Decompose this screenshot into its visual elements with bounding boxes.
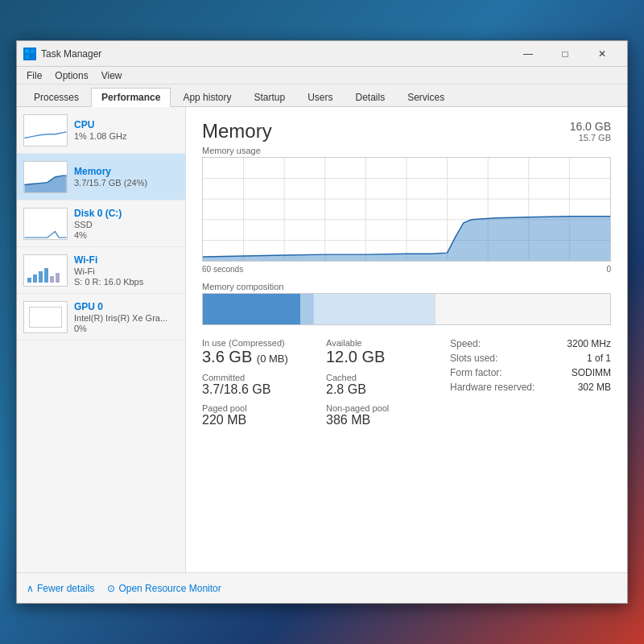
gpu-label: GPU 0 bbox=[74, 301, 179, 312]
paged-value: 220 MB bbox=[202, 413, 310, 427]
stats-section: In use (Compressed) 3.6 GB (0 MB) Availa… bbox=[202, 338, 611, 427]
close-button[interactable]: ✕ bbox=[584, 41, 621, 67]
speed-label: Speed: bbox=[450, 338, 481, 349]
peak-label: 15.7 GB bbox=[570, 133, 611, 142]
comp-standby bbox=[313, 294, 436, 324]
memory-detail: 3.7/15.7 GB (24%) bbox=[74, 178, 179, 188]
sidebar-item-memory[interactable]: Memory 3.7/15.7 GB (24%) bbox=[17, 154, 185, 200]
available-block: Available 12.0 GB bbox=[326, 338, 434, 366]
minimize-button[interactable]: — bbox=[510, 41, 547, 67]
tab-apphistory[interactable]: App history bbox=[172, 88, 242, 106]
main-title: Memory bbox=[202, 120, 272, 142]
comp-inuse bbox=[203, 294, 300, 324]
tab-bar: Processes Performance App history Startu… bbox=[17, 85, 627, 107]
hwreserved-row: Hardware reserved: 302 MB bbox=[450, 382, 611, 393]
fewer-details-link[interactable]: ∧ Fewer details bbox=[27, 583, 94, 594]
menu-bar: File Options View bbox=[17, 67, 627, 85]
tab-services[interactable]: Services bbox=[397, 88, 455, 106]
wifi-thumb bbox=[23, 254, 68, 287]
stats-left: In use (Compressed) 3.6 GB (0 MB) Availa… bbox=[202, 338, 434, 427]
memory-info: Memory 3.7/15.7 GB (24%) bbox=[74, 166, 179, 188]
sidebar-item-disk[interactable]: Disk 0 (C:) SSD 4% bbox=[17, 200, 185, 247]
tab-details[interactable]: Details bbox=[345, 88, 395, 106]
tab-startup[interactable]: Startup bbox=[243, 88, 295, 106]
menu-options[interactable]: Options bbox=[48, 68, 94, 83]
window-title: Task Manager bbox=[41, 48, 510, 60]
window-controls: — □ ✕ bbox=[510, 41, 621, 67]
sidebar: CPU 1% 1.08 GHz Memory 3.7/15.7 GB (24%) bbox=[17, 107, 186, 572]
slots-value: 1 of 1 bbox=[587, 353, 611, 364]
nonpaged-block: Non-paged pool 386 MB bbox=[326, 403, 434, 427]
tab-users[interactable]: Users bbox=[297, 88, 343, 106]
time-end: 0 bbox=[606, 265, 611, 274]
cached-value: 2.8 GB bbox=[326, 382, 434, 397]
nonpaged-value: 386 MB bbox=[326, 413, 434, 427]
disk-label: Disk 0 (C:) bbox=[74, 208, 179, 219]
sidebar-item-cpu[interactable]: CPU 1% 1.08 GHz bbox=[17, 107, 185, 154]
wifi-info: Wi-Fi Wi-Fi S: 0 R: 16.0 Kbps bbox=[74, 254, 179, 287]
menu-file[interactable]: File bbox=[20, 68, 48, 83]
slots-label: Slots used: bbox=[450, 353, 497, 364]
comp-modified bbox=[300, 294, 312, 324]
speed-row: Speed: 3200 MHz bbox=[450, 338, 611, 349]
cpu-label: CPU bbox=[74, 119, 179, 130]
content-area: CPU 1% 1.08 GHz Memory 3.7/15.7 GB (24%) bbox=[17, 107, 627, 572]
committed-label: Committed bbox=[202, 373, 310, 382]
bottom-bar: ∧ Fewer details ⊙ Open Resource Monitor bbox=[17, 572, 627, 603]
committed-block: Committed 3.7/18.6 GB bbox=[202, 373, 310, 397]
sidebar-item-wifi[interactable]: Wi-Fi Wi-Fi S: 0 R: 16.0 Kbps bbox=[17, 247, 185, 294]
slots-row: Slots used: 1 of 1 bbox=[450, 353, 611, 364]
disk-info: Disk 0 (C:) SSD 4% bbox=[74, 208, 179, 240]
monitor-icon: ⊙ bbox=[107, 583, 115, 594]
memory-usage-chart bbox=[202, 157, 611, 262]
tab-performance[interactable]: Performance bbox=[91, 88, 171, 107]
cached-block: Cached 2.8 GB bbox=[326, 373, 434, 397]
svg-rect-2 bbox=[25, 55, 29, 59]
tab-processes[interactable]: Processes bbox=[23, 88, 89, 106]
primary-stats: In use (Compressed) 3.6 GB (0 MB) Availa… bbox=[202, 338, 434, 366]
paged-label: Paged pool bbox=[202, 403, 310, 413]
svg-rect-3 bbox=[31, 55, 35, 59]
right-stats-list: Speed: 3200 MHz Slots used: 1 of 1 Form … bbox=[450, 338, 611, 393]
title-bar: Task Manager — □ ✕ bbox=[17, 41, 627, 67]
stats-right: Speed: 3200 MHz Slots used: 1 of 1 Form … bbox=[450, 338, 611, 427]
main-size: 16.0 GB 15.7 GB bbox=[570, 120, 611, 142]
total-ram: 16.0 GB bbox=[570, 120, 611, 133]
app-icon bbox=[23, 47, 36, 60]
composition-label: Memory composition bbox=[202, 282, 611, 291]
sidebar-item-gpu[interactable]: GPU 0 Intel(R) Iris(R) Xe Gra... 0% bbox=[17, 294, 185, 341]
form-label: Form factor: bbox=[450, 367, 502, 378]
inuse-block: In use (Compressed) 3.6 GB (0 MB) bbox=[202, 338, 310, 366]
inuse-value: 3.6 GB (0 MB) bbox=[202, 348, 310, 366]
main-header: Memory 16.0 GB 15.7 GB bbox=[202, 120, 611, 142]
available-value: 12.0 GB bbox=[326, 348, 434, 366]
composition-bar bbox=[202, 293, 611, 325]
comp-free bbox=[435, 294, 610, 324]
hwreserved-value: 302 MB bbox=[578, 382, 611, 393]
chevron-icon: ∧ bbox=[27, 583, 34, 594]
chart-time-labels: 60 seconds 0 bbox=[202, 265, 611, 274]
svg-rect-0 bbox=[25, 49, 29, 53]
gpu-detail1: Intel(R) Iris(R) Xe Gra... bbox=[74, 313, 179, 323]
maximize-button[interactable]: □ bbox=[547, 41, 584, 67]
committed-value: 3.7/18.6 GB bbox=[202, 382, 310, 397]
cached-label: Cached bbox=[326, 373, 434, 382]
memory-thumb bbox=[23, 161, 68, 193]
gpu-thumb bbox=[23, 301, 68, 333]
cpu-thumb bbox=[23, 114, 68, 147]
nonpaged-label: Non-paged pool bbox=[326, 403, 434, 413]
memory-usage-label: Memory usage bbox=[202, 146, 611, 155]
available-label: Available bbox=[326, 338, 434, 348]
menu-view[interactable]: View bbox=[95, 68, 129, 83]
cpu-info: CPU 1% 1.08 GHz bbox=[74, 119, 179, 141]
pool-stats: Paged pool 220 MB Non-paged pool 386 MB bbox=[202, 403, 434, 427]
secondary-stats: Committed 3.7/18.6 GB Cached 2.8 GB bbox=[202, 373, 434, 397]
gpu-info: GPU 0 Intel(R) Iris(R) Xe Gra... 0% bbox=[74, 301, 179, 333]
time-start: 60 seconds bbox=[202, 265, 243, 274]
wifi-detail2: S: 0 R: 16.0 Kbps bbox=[74, 277, 179, 287]
disk-detail1: SSD bbox=[74, 220, 179, 229]
disk-detail2: 4% bbox=[74, 230, 179, 240]
open-resource-monitor-link[interactable]: ⊙ Open Resource Monitor bbox=[107, 583, 221, 594]
svg-rect-1 bbox=[31, 49, 35, 53]
inuse-label: In use (Compressed) bbox=[202, 338, 310, 348]
